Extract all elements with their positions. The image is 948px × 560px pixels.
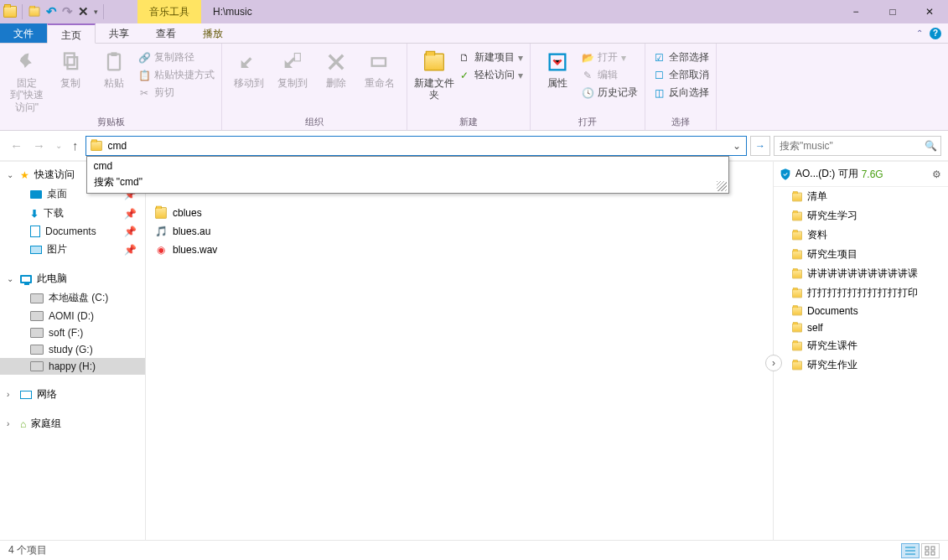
collapse-pane-icon[interactable]: › [765,355,782,371]
back-button[interactable]: ← [7,138,26,153]
available-space: 7.6G [862,169,883,180]
file-item[interactable]: cblues [146,204,773,222]
pin-icon: 📌 [124,208,137,220]
resize-grip[interactable] [717,181,727,191]
nav-drive-h[interactable]: happy (H:) [0,358,145,375]
nav-drive-f[interactable]: soft (F:) [0,324,145,341]
pane-folder-item[interactable]: 讲讲讲讲讲讲讲讲讲讲课 [774,264,948,283]
file-list[interactable]: cblues 🎵blues.au ◉blues.wav [146,162,774,540]
navigation-pane[interactable]: ⌄★快速访问 桌面📌 ⬇下载📌 Documents📌 图片📌 ⌄此电脑 本地磁盘… [0,162,146,540]
close-button[interactable]: ✕ [911,0,948,23]
pane-folder-item[interactable]: 打打打打打打打打打打印 [774,283,948,303]
network-header[interactable]: ›网络 [0,385,145,404]
maximize-button[interactable]: □ [874,0,911,23]
tab-file[interactable]: 文件 [0,23,47,43]
edit-button[interactable]: ✎编辑 [581,68,638,82]
pane-folder-item[interactable]: 资料 [774,226,948,245]
go-button[interactable]: → [750,136,770,156]
copy-label: 复制 [60,77,80,89]
star-icon: ★ [20,169,29,181]
history-button[interactable]: 🕓历史记录 [581,86,638,100]
select-all-button[interactable]: ☑全部选择 [652,50,709,65]
select-none-button[interactable]: ☐全部取消 [652,68,709,82]
address-folder-icon [91,141,102,151]
qat-dropdown-icon[interactable]: ▾ [94,8,98,16]
folder-icon [792,307,802,316]
this-pc-header[interactable]: ⌄此电脑 [0,269,145,288]
tab-home[interactable]: 主页 [47,23,96,44]
search-icon[interactable]: 🔍 [925,140,937,152]
pin-icon: 📌 [124,226,137,237]
properties-button[interactable]: 属性 [537,49,578,89]
file-item[interactable]: 🎵blues.au [146,222,773,241]
tab-share[interactable]: 共享 [96,23,142,43]
homegroup-header[interactable]: ›⌂家庭组 [0,414,145,433]
nav-downloads[interactable]: ⬇下载📌 [0,204,145,223]
search-input[interactable] [778,139,925,153]
delete-button[interactable]: 删除 [316,49,356,89]
drive-icon [30,311,44,321]
nav-drive-d[interactable]: AOMI (D:) [0,308,145,324]
copy-button[interactable]: 复制 [50,49,91,89]
new-item-button[interactable]: 🗋新建项目▾ [458,50,523,65]
pane-folder-item[interactable]: 研究生学习 [774,206,948,226]
pc-icon [20,275,32,283]
nav-documents[interactable]: Documents📌 [0,223,145,240]
open-button[interactable]: 📂打开▾ [581,50,638,65]
pane-folder-item[interactable]: 清单 [774,187,948,206]
gear-icon[interactable]: ⚙ [932,169,941,180]
rename-label: 重命名 [365,77,395,89]
separator [22,4,23,19]
folder-icon [792,324,802,333]
nav-drive-c[interactable]: 本地磁盘 (C:) [0,288,145,308]
up-button[interactable]: ↑ [69,138,82,153]
paste-button[interactable]: 粘贴 [94,49,134,89]
help-icon[interactable]: ? [930,28,941,39]
address-dropdown-icon[interactable]: ⌄ [728,140,746,152]
new-folder-button[interactable]: 新建文件夹 [414,49,454,101]
rename-button[interactable]: 重命名 [360,49,400,89]
redo-icon[interactable]: ↷ [62,4,73,19]
svg-rect-10 [931,552,935,555]
view-details-button[interactable] [901,543,920,558]
pane-folder-item[interactable]: Documents [774,303,948,319]
nav-pictures[interactable]: 图片📌 [0,240,145,259]
tab-view[interactable]: 查看 [142,23,189,43]
copyto-label: 复制到 [277,77,308,89]
undo-icon[interactable]: ↶ [46,4,57,19]
suggest-item[interactable]: 搜索 "cmd" [87,174,729,191]
invert-selection-button[interactable]: ◫反向选择 [652,86,709,100]
nav-drive-g[interactable]: study (G:) [0,341,145,358]
pane-folder-item[interactable]: 研究生项目 [774,245,948,264]
qat-new-icon[interactable] [29,7,40,16]
paste-shortcut-button[interactable]: 📋粘贴快捷方式 [137,68,215,82]
forward-button[interactable]: → [29,138,49,153]
minimize-button[interactable]: − [837,0,874,23]
cut-button[interactable]: ✂剪切 [137,86,215,100]
folder-icon [792,288,802,298]
pin-icon: 📌 [124,244,137,256]
delete-qat-icon[interactable]: ✕ [78,4,89,19]
easy-access-button[interactable]: ✓轻松访问▾ [458,68,523,82]
folder-icon [792,269,802,278]
search-box[interactable]: 🔍 [774,136,941,156]
address-input[interactable] [106,137,728,155]
pane-folder-item[interactable]: 研究生作业 [774,355,948,375]
folder-icon [792,250,802,259]
homegroup-icon: ⌂ [20,418,26,430]
pane-folder-item[interactable]: self [774,319,948,336]
pin-label: 固定到"快速访问" [7,77,47,113]
address-bar[interactable]: ⌄ cmd 搜索 "cmd" [85,136,748,156]
svg-rect-3 [111,52,117,56]
recent-dropdown-icon[interactable]: ⌄ [52,141,65,150]
suggest-item[interactable]: cmd [87,158,729,174]
pane-folder-item[interactable]: 研究生课件 [774,336,948,355]
copy-to-button[interactable]: 复制到 [272,49,313,89]
tab-play[interactable]: 播放 [189,23,236,43]
move-to-button[interactable]: 移动到 [229,49,269,89]
copy-path-button[interactable]: 🔗复制路径 [137,50,215,65]
file-item[interactable]: ◉blues.wav [146,241,773,259]
view-large-icons-button[interactable] [921,543,940,558]
collapse-ribbon-icon[interactable]: ⌃ [916,29,923,38]
pin-to-quick-button[interactable]: 固定到"快速访问" [7,49,47,113]
